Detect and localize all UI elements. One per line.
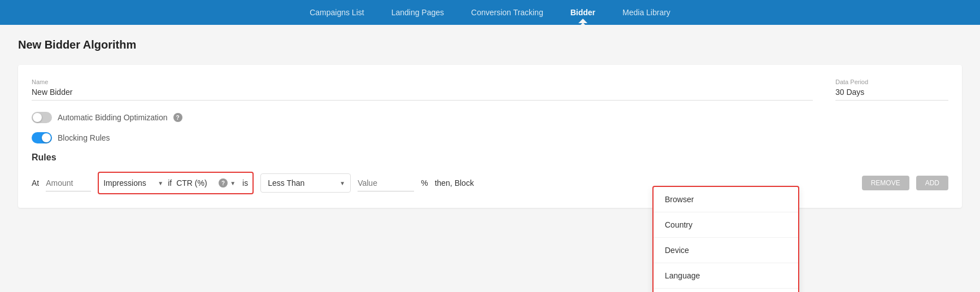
page-title: New Bidder Algorithm <box>18 38 962 51</box>
blocking-rules-label: Blocking Rules <box>58 133 110 142</box>
add-button[interactable]: ADD <box>916 176 948 190</box>
form-top-row: Name New Bidder Data Period 30 Days <box>32 79 948 101</box>
nav-link-conversion[interactable]: Conversion Tracking <box>469 2 546 23</box>
popup-item-country[interactable]: Country <box>654 212 798 238</box>
nav-media-library[interactable]: Media Library <box>620 2 673 23</box>
popup-item-language[interactable]: Language <box>654 263 798 289</box>
popup-item-mobile-carrier[interactable]: Mobile Carrier <box>654 289 798 292</box>
amount-input[interactable] <box>46 175 91 191</box>
is-label: is <box>238 178 248 188</box>
rules-title: Rules <box>32 152 948 163</box>
blocking-rules-row: Blocking Rules <box>32 132 948 143</box>
ctr-select[interactable]: CTR (%) <box>176 178 216 188</box>
nav-campaigns-list[interactable]: Campaigns List <box>307 2 367 23</box>
main-content: New Bidder Algorithm Name New Bidder Dat… <box>0 25 980 292</box>
metric-select[interactable]: Impressions <box>103 178 155 188</box>
name-field: Name New Bidder <box>32 79 813 101</box>
percent-label: % <box>421 178 428 188</box>
data-period-field: Data Period 30 Days <box>835 79 948 101</box>
data-period-value: 30 Days <box>835 88 948 101</box>
auto-bidding-toggle[interactable] <box>32 112 52 123</box>
then-block-label: then, Block <box>435 178 474 188</box>
name-label: Name <box>32 79 813 85</box>
ctr-help-icon[interactable]: ? <box>219 178 228 188</box>
auto-bidding-label: Automatic Bidding Optimization <box>58 113 168 122</box>
nav-landing-pages[interactable]: Landing Pages <box>389 2 446 23</box>
ctr-wrapper: CTR (%) <box>176 178 216 188</box>
at-label: At <box>32 178 39 188</box>
if-label: if <box>165 178 174 188</box>
bidder-form-card: Name New Bidder Data Period 30 Days Auto… <box>18 65 962 208</box>
comparator-select[interactable]: Less Than Greater Than Equal To <box>260 173 351 193</box>
name-value: New Bidder <box>32 88 813 101</box>
value-input[interactable] <box>358 175 414 191</box>
nav-link-landing[interactable]: Landing Pages <box>389 2 446 23</box>
remove-button[interactable]: REMOVE <box>862 176 909 190</box>
popup-item-device[interactable]: Device <box>654 238 798 263</box>
condition-box: Impressions ▼ if CTR (%) ? ▼ is <box>98 172 254 194</box>
blocking-rules-toggle[interactable] <box>32 132 52 143</box>
top-navigation: Campaigns List Landing Pages Conversion … <box>0 0 980 25</box>
nav-link-bidder[interactable]: Bidder <box>568 2 598 23</box>
auto-bidding-help-icon[interactable]: ? <box>173 113 182 122</box>
popup-item-browser[interactable]: Browser <box>654 187 798 212</box>
metric-dropdown-arrow: ▼ <box>158 180 163 186</box>
comparator-wrapper: Less Than Greater Than Equal To ▼ <box>260 173 351 193</box>
nav-bidder[interactable]: Bidder <box>568 2 598 23</box>
nav-link-media[interactable]: Media Library <box>620 2 673 23</box>
nav-link-campaigns[interactable]: Campaigns List <box>307 2 367 23</box>
data-period-label: Data Period <box>835 79 948 85</box>
toggle-knob-blocking <box>42 133 51 142</box>
dropdown-popup: Browser Country Device Language Mobile C… <box>652 186 799 292</box>
nav-conversion-tracking[interactable]: Conversion Tracking <box>469 2 546 23</box>
rule-row: At Impressions ▼ if CTR (%) ? ▼ is <box>32 172 948 194</box>
ctr-dropdown-arrow: ▼ <box>230 180 236 186</box>
auto-bidding-row: Automatic Bidding Optimization ? <box>32 112 948 123</box>
toggle-knob-auto <box>33 113 42 122</box>
